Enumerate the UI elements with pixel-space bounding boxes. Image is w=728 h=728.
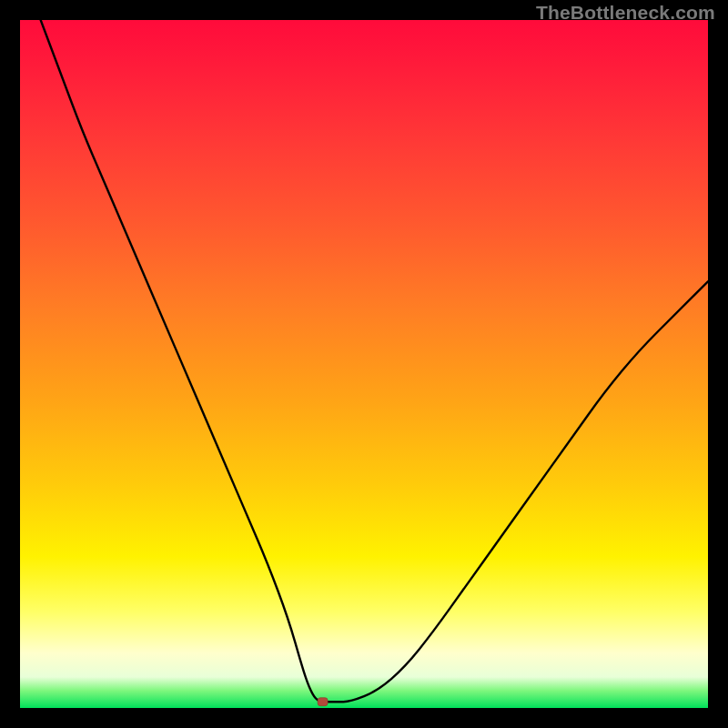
bottleneck-curve xyxy=(41,20,708,702)
min-marker xyxy=(318,698,328,706)
curve-svg xyxy=(20,20,708,708)
chart-frame: TheBottleneck.com xyxy=(0,0,728,728)
plot-area xyxy=(20,20,708,708)
